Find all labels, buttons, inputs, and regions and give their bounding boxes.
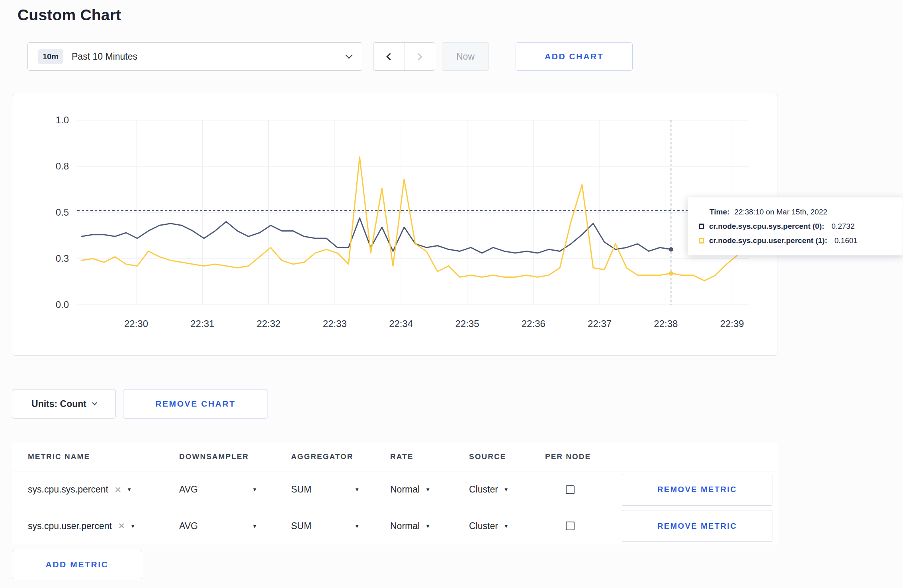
- caret-down-icon: ▼: [504, 524, 509, 529]
- remove-chart-button[interactable]: REMOVE CHART: [123, 389, 268, 419]
- svg-text:22:34: 22:34: [389, 318, 413, 329]
- metric-select[interactable]: sys.cpu.user.percent × ▼: [28, 520, 179, 532]
- cpu-usage-chart[interactable]: 1.00.80.50.30.022:3022:3122:3222:3322:34…: [12, 94, 778, 356]
- remove-metric-button[interactable]: REMOVE METRIC: [622, 474, 772, 506]
- clear-icon[interactable]: ×: [118, 520, 125, 532]
- remove-metric-button[interactable]: REMOVE METRIC: [622, 510, 772, 542]
- caret-down-icon: ▼: [504, 487, 509, 492]
- source-value: Cluster: [469, 521, 498, 532]
- tooltip-time-row: Time: 22:38:10 on Mar 15th, 2022: [710, 208, 891, 216]
- svg-text:1.0: 1.0: [56, 115, 69, 125]
- time-nav-group: [373, 42, 435, 71]
- caret-down-icon: ▼: [354, 487, 360, 492]
- per-node-cell: [545, 485, 622, 494]
- chart-controls-row: Units: Count REMOVE CHART: [12, 389, 903, 419]
- tooltip-series-value: 0.1601: [835, 236, 858, 245]
- clear-icon[interactable]: ×: [115, 484, 121, 495]
- now-button[interactable]: Now: [442, 42, 489, 71]
- source-select[interactable]: Cluster ▼: [469, 521, 545, 532]
- tooltip-series-label: cr.node.sys.cpu.user.percent (1):: [709, 236, 827, 245]
- table-row: sys.cpu.user.percent × ▼ AVG ▼ SUM ▼ Nor…: [12, 508, 778, 544]
- page-title: Custom Chart: [18, 6, 903, 24]
- toolbar: 10m Past 10 Minutes Now ADD CHART: [12, 42, 903, 71]
- units-dropdown[interactable]: Units: Count: [12, 389, 116, 419]
- caret-down-icon: ▼: [127, 487, 132, 492]
- svg-text:0.3: 0.3: [56, 253, 69, 264]
- caret-down-icon: ▼: [354, 524, 360, 529]
- tooltip-series-label: cr.node.sys.cpu.sys.percent (0):: [709, 222, 824, 231]
- rate-value: Normal: [390, 521, 420, 532]
- svg-text:22:35: 22:35: [455, 318, 479, 329]
- metric-select[interactable]: sys.cpu.sys.percent × ▼: [28, 484, 179, 495]
- metrics-table: METRIC NAME DOWNSAMPLER AGGREGATOR RATE …: [12, 442, 778, 544]
- downsampler-value: AVG: [179, 484, 198, 495]
- caret-down-icon: ▼: [425, 524, 430, 529]
- add-chart-button[interactable]: ADD CHART: [516, 42, 633, 71]
- column-header-source: SOURCE: [469, 452, 545, 461]
- svg-text:22:36: 22:36: [522, 318, 545, 329]
- source-select[interactable]: Cluster ▼: [469, 484, 545, 495]
- svg-text:0.5: 0.5: [56, 207, 69, 218]
- actions-cell: REMOVE METRIC: [622, 474, 778, 506]
- downsampler-select[interactable]: AVG ▼: [179, 484, 291, 495]
- tooltip-series-row: cr.node.sys.cpu.sys.percent (0): 0.2732: [699, 222, 891, 231]
- svg-text:22:38: 22:38: [654, 318, 678, 329]
- column-header-metric-name: METRIC NAME: [28, 452, 179, 461]
- time-forward-button[interactable]: [404, 43, 435, 70]
- tooltip-series-value: 0.2732: [831, 222, 854, 231]
- svg-text:0.0: 0.0: [56, 299, 69, 310]
- toolbar-divider: [12, 42, 12, 71]
- svg-text:22:33: 22:33: [323, 318, 347, 329]
- time-range-badge: 10m: [38, 49, 63, 64]
- column-header-per-node: PER NODE: [545, 452, 622, 461]
- per-node-checkbox[interactable]: [566, 522, 575, 530]
- rate-select[interactable]: Normal ▼: [390, 521, 469, 532]
- aggregator-select[interactable]: SUM ▼: [291, 521, 390, 532]
- svg-text:22:39: 22:39: [720, 318, 744, 329]
- column-header-downsampler: DOWNSAMPLER: [179, 452, 291, 461]
- metric-name: sys.cpu.user.percent: [28, 521, 112, 532]
- rate-value: Normal: [390, 484, 420, 495]
- aggregator-select[interactable]: SUM ▼: [291, 484, 390, 495]
- tooltip-series-row: cr.node.sys.cpu.user.percent (1): 0.1601: [699, 236, 891, 245]
- svg-text:22:30: 22:30: [124, 318, 148, 329]
- svg-text:0.8: 0.8: [56, 161, 69, 171]
- svg-text:22:31: 22:31: [190, 318, 214, 329]
- series-swatch-icon: [699, 224, 704, 229]
- chevron-right-icon: [415, 53, 422, 60]
- per-node-cell: [545, 522, 622, 530]
- column-header-aggregator: AGGREGATOR: [291, 452, 390, 461]
- caret-down-icon: ▼: [252, 487, 257, 492]
- svg-text:22:37: 22:37: [588, 318, 612, 329]
- time-back-button[interactable]: [373, 43, 404, 70]
- table-row: sys.cpu.sys.percent × ▼ AVG ▼ SUM ▼ Norm…: [12, 471, 778, 508]
- chart-tooltip: Time: 22:38:10 on Mar 15th, 2022 cr.node…: [688, 197, 903, 255]
- caret-down-icon: ▼: [252, 524, 257, 529]
- per-node-checkbox[interactable]: [566, 485, 575, 494]
- chart-panel: 1.00.80.50.30.022:3022:3122:3222:3322:34…: [12, 94, 778, 356]
- metric-name: sys.cpu.sys.percent: [28, 484, 108, 495]
- svg-text:22:32: 22:32: [257, 318, 281, 329]
- units-label: Units: Count: [31, 399, 86, 409]
- source-value: Cluster: [469, 484, 498, 495]
- aggregator-value: SUM: [291, 521, 311, 532]
- time-range-label: Past 10 Minutes: [72, 51, 137, 62]
- rate-select[interactable]: Normal ▼: [390, 484, 469, 495]
- downsampler-select[interactable]: AVG ▼: [179, 521, 291, 532]
- add-metric-button[interactable]: ADD METRIC: [12, 550, 142, 579]
- chevron-down-icon: [345, 51, 352, 58]
- caret-down-icon: ▼: [130, 524, 135, 529]
- table-header-row: METRIC NAME DOWNSAMPLER AGGREGATOR RATE …: [12, 442, 778, 471]
- caret-down-icon: ▼: [425, 487, 430, 492]
- column-header-rate: RATE: [390, 452, 469, 461]
- aggregator-value: SUM: [291, 484, 311, 495]
- chevron-left-icon: [386, 53, 393, 60]
- downsampler-value: AVG: [179, 521, 198, 532]
- series-swatch-icon: [699, 238, 704, 243]
- tooltip-time-value: 22:38:10 on Mar 15th, 2022: [734, 208, 827, 216]
- actions-cell: REMOVE METRIC: [622, 510, 778, 542]
- tooltip-time-label: Time:: [710, 208, 729, 216]
- time-range-dropdown[interactable]: 10m Past 10 Minutes: [27, 42, 362, 71]
- chevron-down-icon: [92, 400, 97, 405]
